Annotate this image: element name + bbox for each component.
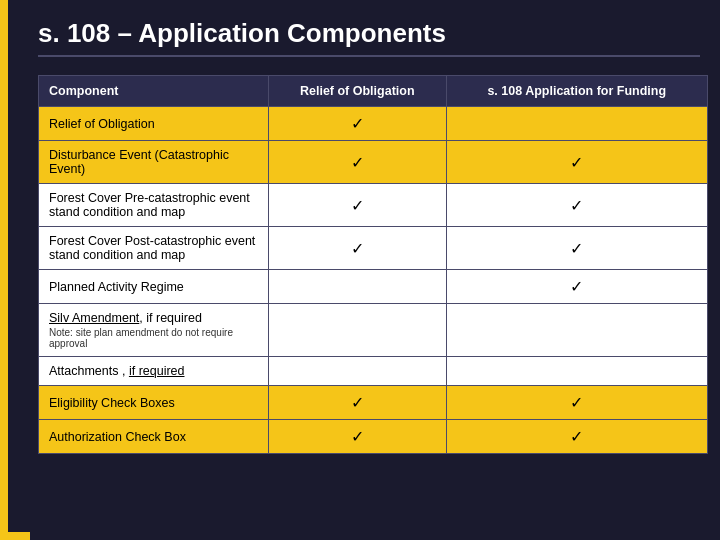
page-title: s. 108 – Application Components <box>38 18 700 49</box>
header-relief: Relief of Obligation <box>269 76 447 107</box>
bottom-accent-bar <box>0 532 30 540</box>
table-header-row: Component Relief of Obligation s. 108 Ap… <box>39 76 708 107</box>
row-label-forest-cover-post: Forest Cover Post-catastrophic event sta… <box>39 227 269 270</box>
table-row: Disturbance Event (Catastrophic Event)✓✓ <box>39 141 708 184</box>
relief-check-relief-obligation: ✓ <box>269 107 447 141</box>
table-row: Authorization Check Box✓✓ <box>39 420 708 454</box>
row-label-relief-obligation: Relief of Obligation <box>39 107 269 141</box>
title-underline <box>38 55 700 57</box>
funding-check-authorization-check: ✓ <box>446 420 707 454</box>
table-row: Relief of Obligation✓ <box>39 107 708 141</box>
table-row: Attachments , if required <box>39 357 708 386</box>
funding-check-silv-amendment <box>446 304 707 357</box>
row-label-authorization-check: Authorization Check Box <box>39 420 269 454</box>
row-label-eligibility-check: Eligibility Check Boxes <box>39 386 269 420</box>
table-row: Eligibility Check Boxes✓✓ <box>39 386 708 420</box>
relief-check-attachments <box>269 357 447 386</box>
relief-check-authorization-check: ✓ <box>269 420 447 454</box>
funding-check-relief-obligation <box>446 107 707 141</box>
page: s. 108 – Application Components Componen… <box>0 0 720 540</box>
row-label-planned-activity: Planned Activity Regime <box>39 270 269 304</box>
relief-check-planned-activity <box>269 270 447 304</box>
funding-check-forest-cover-post: ✓ <box>446 227 707 270</box>
row-label-silv-amendment: Silv Amendment, if requiredNote: site pl… <box>39 304 269 357</box>
table-row: Planned Activity Regime✓ <box>39 270 708 304</box>
header-funding: s. 108 Application for Funding <box>446 76 707 107</box>
relief-check-disturbance-event: ✓ <box>269 141 447 184</box>
funding-check-attachments <box>446 357 707 386</box>
row-label-disturbance-event: Disturbance Event (Catastrophic Event) <box>39 141 269 184</box>
left-accent-bar <box>0 0 8 540</box>
header-component: Component <box>39 76 269 107</box>
table-row: Silv Amendment, if requiredNote: site pl… <box>39 304 708 357</box>
row-label-forest-cover-pre: Forest Cover Pre-catastrophic event stan… <box>39 184 269 227</box>
table-row: Forest Cover Post-catastrophic event sta… <box>39 227 708 270</box>
main-content: s. 108 – Application Components Componen… <box>8 0 720 464</box>
funding-check-forest-cover-pre: ✓ <box>446 184 707 227</box>
relief-check-silv-amendment <box>269 304 447 357</box>
funding-check-disturbance-event: ✓ <box>446 141 707 184</box>
relief-check-eligibility-check: ✓ <box>269 386 447 420</box>
row-label-attachments: Attachments , if required <box>39 357 269 386</box>
funding-check-eligibility-check: ✓ <box>446 386 707 420</box>
funding-check-planned-activity: ✓ <box>446 270 707 304</box>
relief-check-forest-cover-pre: ✓ <box>269 184 447 227</box>
table-row: Forest Cover Pre-catastrophic event stan… <box>39 184 708 227</box>
components-table: Component Relief of Obligation s. 108 Ap… <box>38 75 708 454</box>
relief-check-forest-cover-post: ✓ <box>269 227 447 270</box>
